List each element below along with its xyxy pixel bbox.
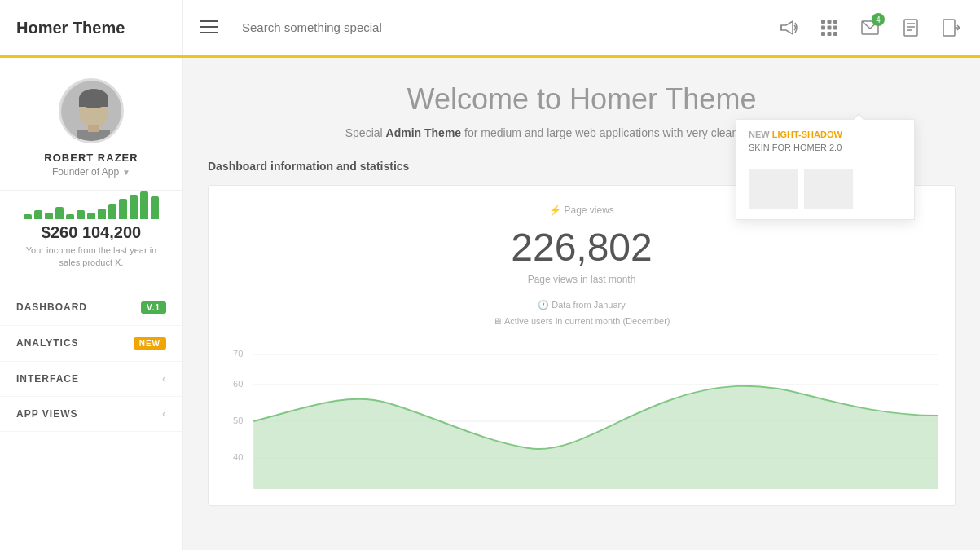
bar-0 [24,214,32,219]
svg-rect-12 [828,32,832,36]
svg-rect-1 [200,26,218,28]
bar-4 [66,214,74,219]
mail-icon[interactable]: 4 [854,11,886,44]
sidebar: ROBERT RAZER Founder of App ▼ $260 104,2… [0,58,183,550]
document-icon[interactable] [894,11,927,44]
chart-card: ⚡ Page views 226,802 Page views in last … [208,185,956,506]
apps-icon[interactable] [813,11,846,44]
notif-skin-label: SKIN FOR HOMER 2.0 [749,143,902,152]
notif-highlight: LIGHT-SHADOW [772,130,842,139]
brand-title: Homer Theme [16,19,125,37]
search-input[interactable] [242,20,752,34]
lightning-icon: ⚡ [549,205,561,216]
sidebar-item-dashboard-label: DASHBOARD [16,301,87,313]
bar-9 [119,199,127,220]
sidebar-item-appviews-label: APP VIEWS [16,408,77,420]
sidebar-item-appviews[interactable]: APP VIEWS ‹ [0,397,182,432]
notif-image-1 [749,169,798,209]
avatar [59,78,124,143]
clock-icon: 🕐 [538,300,549,310]
navbar-icons: 4 [760,11,980,44]
logout-icon[interactable] [935,11,968,44]
brand-logo: Homer Theme [0,0,183,55]
svg-rect-0 [200,20,218,22]
sidebar-item-dashboard[interactable]: DASHBOARD V.1 [0,290,182,326]
bar-6 [87,213,95,220]
popup-arrow-inner [853,115,864,121]
bar-12 [151,196,159,219]
bar-3 [55,207,64,219]
chart-info-line2: 🖥 Active users in current month (Decembe… [225,314,938,330]
profile-name: ROBERT RAZER [16,152,166,164]
sidebar-item-interface-label: INTERFACE [16,373,79,385]
svg-rect-19 [943,20,955,36]
sidebar-item-interface[interactable]: INTERFACE ‹ [0,362,182,397]
notif-new-label: NEW LIGHT-SHADOW [749,130,902,139]
sidebar-nav: DASHBOARD V.1 ANALYTICS NEW INTERFACE ‹ … [0,282,182,440]
svg-marker-3 [781,21,793,34]
navbar: Homer Theme 4 [0,0,980,58]
monitor-icon: 🖥 [493,316,502,326]
dashboard-badge: V.1 [141,301,166,314]
main-content: Welcome to Homer Theme Special Admin The… [183,58,980,550]
notif-image-2 [804,169,853,209]
search-container [234,20,760,35]
svg-text:40: 40 [233,452,243,462]
svg-rect-10 [833,26,837,30]
bar-1 [34,210,42,219]
layout: ROBERT RAZER Founder of App ▼ $260 104,2… [0,58,980,550]
sidebar-item-analytics[interactable]: ANALYTICS NEW [0,326,182,362]
svg-rect-6 [828,20,832,24]
svg-text:60: 60 [233,379,243,389]
svg-text:70: 70 [233,349,243,359]
bar-11 [140,191,148,219]
chart-label: ⚡ Page views [549,205,614,216]
welcome-sub-prefix: Special [345,126,386,139]
welcome-sub-bold: Admin Theme [386,126,462,139]
menu-toggle[interactable] [183,19,234,37]
bar-5 [77,210,85,219]
svg-rect-8 [821,26,825,30]
sidebar-item-analytics-label: ANALYTICS [16,337,79,349]
profile-section: ROBERT RAZER Founder of App ▼ [0,58,182,191]
page-views-number: 226,802 [225,225,938,270]
chart-info-line1: 🕐 Data from January [225,297,938,314]
svg-rect-9 [828,26,832,30]
chart-area: 70 60 50 40 [225,342,938,489]
income-value: $260 104,200 [0,223,182,242]
bar-10 [130,195,138,219]
svg-rect-15 [904,20,917,36]
welcome-title: Welcome to Homer Theme [208,82,956,117]
svg-text:50: 50 [233,416,243,425]
role-chevron-icon: ▼ [122,168,130,177]
mail-badge: 4 [872,13,885,26]
profile-role[interactable]: Founder of App ▼ [16,166,166,178]
income-chart [0,191,182,223]
svg-rect-2 [200,32,218,33]
interface-chevron-icon: ‹ [162,373,166,385]
bar-7 [98,209,106,219]
chart-info: 🕐 Data from January 🖥 Active users in cu… [225,297,938,330]
svg-rect-5 [821,20,825,24]
svg-rect-13 [833,32,837,36]
page-views-subtitle: Page views in last month [225,274,938,285]
income-description: Your income from the last year in sales … [0,242,182,282]
analytics-badge: NEW [134,337,166,350]
svg-rect-11 [821,32,825,36]
megaphone-icon[interactable] [772,11,805,44]
bar-8 [108,204,116,219]
svg-rect-26 [88,125,99,132]
bar-2 [45,213,53,220]
svg-rect-24 [79,99,108,107]
svg-rect-7 [833,20,837,24]
appviews-chevron-icon: ‹ [162,408,166,420]
notification-popup: NEW LIGHT-SHADOW SKIN FOR HOMER 2.0 [736,119,915,220]
